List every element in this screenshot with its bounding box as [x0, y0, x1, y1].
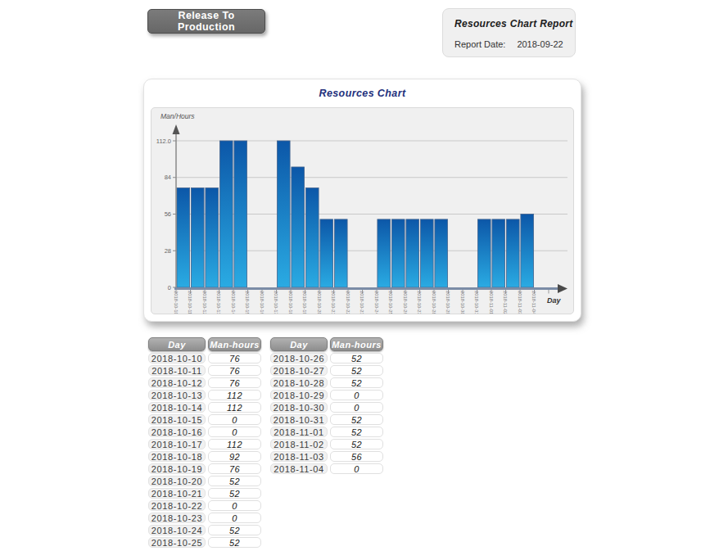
day-cell: 2018-10-19	[148, 463, 206, 474]
bar	[435, 219, 448, 287]
table-row: 2018-10-14112	[148, 402, 261, 413]
man-hours-cell: 52	[208, 537, 261, 548]
day-cell: 2018-10-27	[270, 365, 328, 376]
day-column-header: Day	[270, 337, 328, 351]
bar	[320, 219, 333, 287]
bar	[292, 167, 305, 287]
bar	[277, 141, 290, 287]
man-hours-cell: 52	[330, 365, 383, 376]
day-cell: 2018-10-30	[270, 402, 328, 413]
table-row: 2018-10-300	[270, 402, 383, 413]
table-row: 2018-11-0356	[270, 451, 383, 462]
day-cell: 2018-11-04	[270, 463, 328, 474]
man-hours-cell: 0	[330, 463, 383, 474]
bar	[177, 188, 190, 287]
table-row: 2018-10-1276	[148, 377, 261, 388]
x-axis-tick-label: 2018-10-26	[403, 291, 408, 314]
man-hours-cell: 92	[208, 451, 261, 462]
day-cell: 2018-10-18	[148, 451, 206, 462]
man-hours-cell: 52	[330, 353, 383, 364]
x-axis-tick-label: 2018-10-30	[460, 291, 465, 314]
table-row: 2018-10-2852	[270, 377, 383, 388]
x-axis-tick-label: 2018-10-29	[445, 291, 450, 314]
x-axis-tick-label: 2018-10-11	[188, 291, 192, 314]
x-axis-tick-label: 2018-10-10	[174, 291, 179, 314]
y-axis-tick-label: 28	[165, 247, 171, 255]
bar	[406, 219, 419, 287]
chart-title: Resources Chart	[144, 88, 581, 99]
y-axis-tick-label: 56	[165, 210, 171, 218]
table-row: 2018-10-2152	[148, 488, 261, 499]
day-cell: 2018-10-12	[148, 377, 206, 388]
man-hours-cell: 56	[330, 451, 383, 462]
table-row: 2018-10-2752	[270, 365, 383, 376]
man-hours-cell: 76	[208, 463, 261, 474]
man-hours-cell: 76	[208, 365, 261, 376]
x-axis-tick-label: 2018-10-24	[374, 291, 379, 314]
man-hours-cell: 112	[208, 439, 261, 449]
release-to-production-button[interactable]: Release To Production	[147, 9, 265, 34]
x-axis-tick-label: 2018-10-13	[216, 291, 221, 314]
table-row: 2018-10-2552	[148, 537, 261, 548]
report-date-value: 2018-09-22	[517, 39, 563, 49]
table-row: 2018-10-290	[270, 390, 383, 400]
bar	[206, 188, 219, 287]
bar	[305, 188, 319, 287]
day-cell: 2018-11-03	[270, 451, 328, 462]
table-row: 2018-10-150	[148, 414, 261, 425]
day-column-header: Day	[148, 337, 206, 351]
man-hours-cell: 52	[330, 439, 383, 449]
man-hours-cell: 0	[208, 414, 261, 425]
x-axis-tick-label: 2018-10-20	[317, 291, 322, 314]
day-cell: 2018-11-02	[270, 439, 328, 449]
man-hours-cell: 52	[208, 488, 261, 499]
x-axis-tick-label: 2018-10-17	[274, 291, 278, 314]
bar	[477, 219, 491, 287]
y-axis-tick-label: 84	[165, 174, 171, 181]
man-hours-cell: 52	[330, 377, 383, 388]
man-hours-column-header: Man-hours	[330, 337, 383, 351]
resource-table-right: Day Man-hours 2018-10-26522018-10-275220…	[270, 337, 383, 476]
x-axis-tick-label: 2018-11-02	[503, 291, 508, 314]
x-axis-tick-label: 2018-10-16	[260, 291, 265, 314]
bar	[391, 219, 405, 287]
bar-chart-plot-area: 112.084562802018-10-102018-10-112018-10-…	[151, 107, 574, 314]
x-axis-tick-label: 2018-10-19	[302, 291, 307, 314]
page: Release To Production Resources Chart Re…	[0, 0, 728, 560]
report-info-panel: Resources Chart Report Report Date:2018-…	[442, 8, 576, 57]
man-hours-cell: 76	[208, 377, 261, 388]
day-cell: 2018-10-15	[148, 414, 206, 425]
x-axis-tick-label: 2018-11-03	[518, 291, 522, 314]
day-cell: 2018-10-24	[148, 525, 206, 535]
x-axis-tick-label: 2018-10-31	[474, 291, 479, 314]
bar	[191, 188, 204, 287]
day-cell: 2018-10-17	[148, 439, 206, 449]
x-axis-tick-label: 2018-10-22	[346, 291, 350, 314]
day-cell: 2018-11-01	[270, 427, 328, 437]
man-hours-cell: 52	[208, 476, 261, 486]
day-cell: 2018-10-14	[148, 402, 206, 413]
table-row: 2018-10-2652	[270, 353, 383, 364]
day-cell: 2018-10-31	[270, 414, 328, 425]
bar	[219, 141, 233, 287]
x-axis-tick-label: 2018-11-04	[531, 291, 536, 314]
bar	[420, 219, 433, 287]
report-date-row: Report Date:2018-09-22	[454, 39, 563, 49]
day-cell: 2018-10-16	[148, 427, 206, 437]
table-row: 2018-10-230	[148, 513, 261, 523]
man-hours-cell: 0	[208, 500, 261, 511]
bar	[506, 219, 519, 287]
table-row: 2018-10-1892	[148, 451, 261, 462]
day-cell: 2018-10-23	[148, 513, 206, 523]
day-cell: 2018-10-22	[148, 500, 206, 511]
man-hours-cell: 76	[208, 353, 261, 364]
man-hours-cell: 52	[330, 427, 383, 437]
x-axis-tick-label: 2018-10-23	[359, 291, 364, 314]
x-axis-tick-label: 2018-10-25	[388, 291, 393, 314]
table-row: 2018-10-1176	[148, 365, 261, 376]
y-axis-tick-label: 0	[168, 284, 171, 291]
table-row: 2018-10-1076	[148, 353, 261, 364]
y-axis-title: Man/Hours	[161, 112, 195, 120]
day-cell: 2018-10-13	[148, 390, 206, 400]
man-hours-cell: 0	[330, 402, 383, 413]
